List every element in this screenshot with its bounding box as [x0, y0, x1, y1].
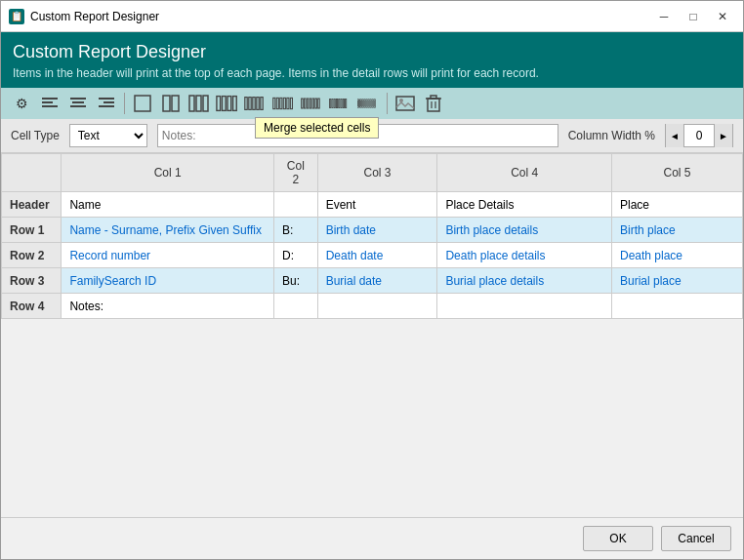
app-title: Custom Report Designer: [13, 42, 731, 62]
svg-rect-37: [318, 99, 320, 108]
svg-rect-1: [42, 101, 53, 103]
spinner-increase-button[interactable]: ►: [715, 124, 732, 147]
row3-col5[interactable]: Burial place: [612, 268, 743, 294]
col-header-3: Col 3: [317, 154, 437, 192]
svg-rect-13: [189, 96, 194, 111]
col4-button[interactable]: [215, 92, 240, 115]
svg-rect-54: [374, 100, 375, 107]
row2-col5[interactable]: Death place: [612, 243, 743, 268]
window-controls: ─ □ ✕: [651, 6, 735, 27]
row3-col2[interactable]: Bu:: [274, 268, 318, 294]
row2-col2[interactable]: D:: [274, 243, 318, 268]
row3-col3[interactable]: Burial date: [317, 268, 437, 294]
row3-col1[interactable]: FamilySearch ID: [62, 268, 274, 294]
svg-rect-15: [203, 96, 208, 111]
svg-rect-23: [257, 98, 259, 110]
svg-rect-32: [304, 99, 306, 108]
row2-col1-link[interactable]: Record number: [69, 249, 150, 262]
svg-rect-14: [196, 96, 201, 111]
col1-button[interactable]: [130, 92, 155, 115]
col2-button[interactable]: [158, 92, 184, 115]
table-row: Row 3 FamilySearch ID Bu: Burial date Bu…: [2, 268, 743, 294]
spinner-decrease-button[interactable]: ◄: [666, 124, 683, 147]
image-button[interactable]: [393, 92, 418, 115]
svg-rect-30: [290, 98, 292, 108]
header-col1[interactable]: Name: [62, 192, 274, 218]
window-title: Custom Report Designer: [30, 10, 651, 23]
col5-button[interactable]: [243, 92, 269, 115]
cancel-button[interactable]: Cancel: [661, 526, 731, 551]
row3-col4-link[interactable]: Burial place details: [445, 274, 544, 288]
svg-rect-49: [364, 100, 365, 107]
row1-col5[interactable]: Birth place: [612, 218, 743, 243]
row3-col5-link[interactable]: Burial place: [620, 274, 682, 288]
svg-rect-27: [280, 98, 282, 108]
row1-col5-link[interactable]: Birth place: [620, 223, 676, 237]
align-right-button[interactable]: [94, 92, 119, 115]
row3-col3-link[interactable]: Burial date: [326, 274, 382, 288]
svg-rect-38: [330, 99, 331, 107]
col9-button[interactable]: [356, 92, 382, 115]
svg-rect-43: [341, 99, 342, 107]
svg-rect-6: [70, 105, 86, 107]
minimize-button[interactable]: ─: [651, 6, 677, 27]
row2-col1[interactable]: Record number: [62, 243, 274, 268]
row-label-header: Header: [2, 192, 62, 218]
col6-button[interactable]: [271, 92, 297, 115]
table-row: Row 1 Name - Surname, Prefix Given Suffi…: [2, 218, 743, 243]
row1-col1-link[interactable]: Name - Surname, Prefix Given Suffix: [69, 223, 262, 237]
svg-rect-39: [332, 99, 333, 107]
svg-rect-41: [336, 99, 337, 107]
close-button[interactable]: ✕: [710, 6, 735, 27]
merge-cells-tooltip: Merge selected cells: [255, 117, 379, 139]
row4-col5[interactable]: [612, 294, 743, 319]
row4-col4[interactable]: [437, 294, 612, 319]
row2-col3-link[interactable]: Death date: [326, 249, 384, 262]
col-width-spinner: ◄ 0 ►: [665, 124, 733, 147]
row4-col3[interactable]: [317, 294, 437, 319]
table-row: Header Name Event Place Details Place: [2, 192, 743, 218]
grid-table: Col 1 Col 2 Col 3 Col 4 Col 5 Header Nam…: [1, 153, 743, 319]
row3-col4[interactable]: Burial place details: [437, 268, 612, 294]
row4-col1[interactable]: Notes:: [62, 294, 274, 319]
toolbar-sep-1: [124, 93, 125, 114]
svg-rect-16: [217, 97, 221, 111]
header-col2[interactable]: [274, 192, 318, 218]
header-col3[interactable]: Event: [317, 192, 437, 218]
svg-rect-55: [396, 97, 414, 110]
settings-button[interactable]: ⚙: [9, 92, 34, 115]
content-area: Col 1 Col 2 Col 3 Col 4 Col 5 Header Nam…: [1, 153, 743, 517]
svg-rect-34: [310, 99, 311, 108]
row3-col1-link[interactable]: FamilySearch ID: [69, 274, 156, 288]
col3-button[interactable]: [186, 92, 212, 115]
row1-col2[interactable]: B:: [274, 218, 318, 243]
header-col5[interactable]: Place: [612, 192, 743, 218]
svg-rect-12: [172, 96, 179, 111]
svg-rect-2: [42, 105, 58, 107]
row2-col5-link[interactable]: Death place: [620, 249, 682, 262]
align-center-button[interactable]: [65, 92, 91, 115]
row-label-1: Row 1: [2, 218, 62, 243]
ok-button[interactable]: OK: [583, 526, 653, 551]
col8-button[interactable]: [328, 92, 353, 115]
col-header-2: Col 2: [274, 154, 318, 192]
svg-rect-10: [135, 96, 150, 111]
row2-col4-link[interactable]: Death place details: [445, 249, 545, 262]
header-col4[interactable]: Place Details: [437, 192, 612, 218]
row2-col4[interactable]: Death place details: [437, 243, 612, 268]
header-description: Items in the header will print at the to…: [13, 66, 731, 80]
cell-type-select[interactable]: Text Image Date: [69, 124, 147, 147]
row2-col3[interactable]: Death date: [317, 243, 437, 268]
row1-col4-link[interactable]: Birth place details: [445, 223, 538, 237]
col7-button[interactable]: [300, 92, 325, 115]
delete-button[interactable]: [421, 92, 446, 115]
row4-col2[interactable]: [274, 294, 318, 319]
maximize-button[interactable]: □: [681, 6, 706, 27]
row1-col1[interactable]: Name - Surname, Prefix Given Suffix: [62, 218, 274, 243]
row1-col4[interactable]: Birth place details: [437, 218, 612, 243]
svg-rect-5: [72, 101, 84, 103]
svg-rect-8: [103, 101, 114, 103]
row1-col3-link[interactable]: Birth date: [326, 223, 376, 237]
row1-col3[interactable]: Birth date: [317, 218, 437, 243]
align-left-button[interactable]: [37, 92, 62, 115]
